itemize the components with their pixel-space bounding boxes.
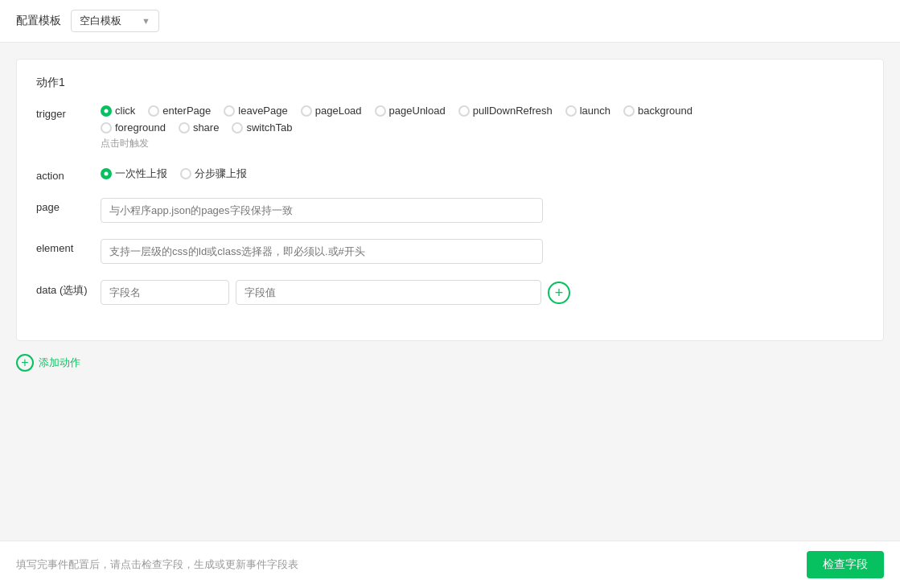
- trigger-option-switchtab[interactable]: switchTab: [232, 121, 292, 134]
- trigger-option-enterpage[interactable]: enterPage: [148, 105, 211, 117]
- page-label: page: [36, 198, 101, 213]
- element-label: element: [36, 239, 101, 254]
- trigger-option-background[interactable]: background: [623, 105, 692, 117]
- trigger-label-enterpage: enterPage: [162, 105, 211, 117]
- trigger-label-switchtab: switchTab: [246, 121, 292, 134]
- trigger-radio-pageunload[interactable]: [375, 105, 386, 117]
- template-select[interactable]: 空白模板 ▼: [71, 10, 159, 32]
- trigger-row: trigger click enterPage: [36, 105, 864, 150]
- trigger-option-pulldownrefresh[interactable]: pullDownRefresh: [458, 105, 553, 117]
- action-label: action: [36, 167, 101, 182]
- action-row: action 一次性上报 分步骤上报: [36, 167, 864, 182]
- trigger-label-pageunload: pageUnload: [389, 105, 446, 117]
- trigger-radio-pageload[interactable]: [301, 105, 312, 117]
- trigger-option-launch[interactable]: launch: [565, 105, 610, 117]
- data-label-text: data (选填): [36, 284, 88, 296]
- action-radio-once[interactable]: [101, 168, 112, 179]
- page-row: page: [36, 198, 864, 223]
- trigger-radio-launch[interactable]: [565, 105, 577, 117]
- add-action-icon: +: [16, 354, 34, 372]
- action-content: 一次性上报 分步骤上报: [101, 167, 864, 181]
- add-action-label: 添加动作: [39, 356, 80, 370]
- trigger-radio-enterpage[interactable]: [148, 105, 159, 117]
- element-content: [101, 239, 864, 264]
- trigger-content: click enterPage leavePage: [101, 105, 864, 150]
- add-field-button[interactable]: +: [548, 282, 570, 304]
- action-title: 动作1: [36, 76, 864, 90]
- trigger-label-background: background: [638, 105, 692, 117]
- trigger-label-pulldownrefresh: pullDownRefresh: [473, 105, 553, 117]
- trigger-option-share[interactable]: share: [179, 121, 220, 134]
- config-template-label: 配置模板: [16, 14, 61, 28]
- trigger-label-click: click: [115, 105, 135, 117]
- action-option-once[interactable]: 一次性上报: [101, 167, 167, 181]
- trigger-option-pageload[interactable]: pageLoad: [301, 105, 362, 117]
- template-select-value: 空白模板: [80, 14, 121, 28]
- trigger-radio-click[interactable]: [101, 105, 112, 117]
- trigger-option-click[interactable]: click: [101, 105, 135, 117]
- main-content: 动作1 trigger click: [0, 43, 900, 388]
- top-bar: 配置模板 空白模板 ▼: [0, 0, 900, 43]
- trigger-radio-background[interactable]: [623, 105, 635, 117]
- action-label-step: 分步骤上报: [195, 167, 247, 181]
- data-label: data (选填): [36, 280, 101, 298]
- trigger-row-1: click enterPage leavePage: [101, 105, 864, 117]
- trigger-option-foreground[interactable]: foreground: [101, 121, 166, 134]
- trigger-radio-share[interactable]: [179, 122, 190, 134]
- data-field-value-input[interactable]: [236, 280, 541, 305]
- element-input[interactable]: [101, 239, 543, 264]
- trigger-row-2: foreground share switchTab: [101, 121, 864, 134]
- action-radio-step[interactable]: [180, 168, 191, 179]
- trigger-label-launch: launch: [580, 105, 610, 117]
- trigger-label: trigger: [36, 105, 101, 120]
- trigger-radio-switchtab[interactable]: [232, 122, 243, 134]
- trigger-option-leavepage[interactable]: leavePage: [224, 105, 287, 117]
- action-radio-group: 一次性上报 分步骤上报: [101, 167, 864, 181]
- trigger-hint: 点击时触发: [101, 137, 864, 150]
- trigger-option-pageunload[interactable]: pageUnload: [375, 105, 446, 117]
- element-row: element: [36, 239, 864, 264]
- trigger-radio-foreground[interactable]: [101, 122, 112, 134]
- plus-icon: +: [21, 356, 28, 369]
- page-content: [101, 198, 864, 223]
- data-content: +: [101, 280, 864, 305]
- data-row: data (选填) +: [36, 280, 864, 305]
- add-action-row[interactable]: + 添加动作: [16, 354, 884, 372]
- data-field-name-input[interactable]: [101, 280, 229, 305]
- trigger-label-leavepage: leavePage: [238, 105, 287, 117]
- trigger-radio-pulldownrefresh[interactable]: [458, 105, 470, 117]
- trigger-label-share: share: [193, 121, 220, 134]
- page-input[interactable]: [101, 198, 543, 223]
- action-card: 动作1 trigger click: [16, 59, 884, 341]
- action-option-step[interactable]: 分步骤上报: [180, 167, 247, 181]
- chevron-down-icon: ▼: [142, 16, 150, 26]
- trigger-label-foreground: foreground: [115, 121, 166, 134]
- action-label-once: 一次性上报: [115, 167, 167, 181]
- trigger-radio-leavepage[interactable]: [224, 105, 235, 117]
- data-fields-row: +: [101, 280, 864, 305]
- plus-icon: +: [555, 286, 564, 300]
- trigger-label-pageload: pageLoad: [315, 105, 362, 117]
